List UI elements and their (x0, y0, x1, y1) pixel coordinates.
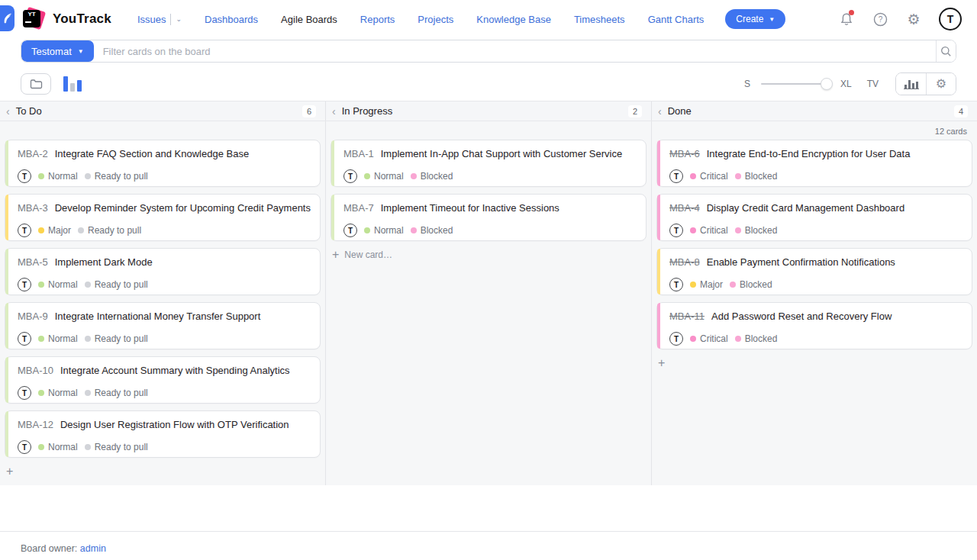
card-mba-10[interactable]: MBA-10Integrate Account Summary with Spe… (5, 356, 321, 404)
state-tag[interactable]: Ready to pull (85, 388, 148, 398)
assignee-avatar[interactable]: T (669, 332, 683, 346)
state-tag[interactable]: Ready to pull (78, 225, 141, 236)
card-mba-12[interactable]: MBA-12Design User Registration Flow with… (5, 410, 321, 458)
notifications-button[interactable] (838, 11, 855, 27)
collapse-column-icon[interactable]: ‹ (6, 105, 10, 117)
card-id[interactable]: MBA-11 (669, 311, 705, 322)
priority-tag[interactable]: Critical (690, 171, 728, 182)
chevron-down-icon[interactable]: ⌄ (176, 15, 182, 23)
priority-tag[interactable]: Normal (38, 388, 78, 398)
nav-item-timesheets[interactable]: Timesheets (574, 14, 625, 25)
state-tag[interactable]: Ready to pull (85, 442, 148, 452)
state-tag[interactable]: Blocked (411, 171, 453, 182)
state-tag[interactable]: Blocked (735, 333, 778, 344)
card-id[interactable]: MBA-7 (343, 202, 374, 214)
statistics-button[interactable] (896, 73, 926, 95)
filter-cards-input[interactable] (94, 40, 936, 62)
card-id[interactable]: MBA-4 (669, 202, 700, 214)
assignee-avatar[interactable]: T (18, 278, 31, 291)
collapse-column-icon[interactable]: ‹ (332, 105, 336, 117)
nav-item-issues[interactable]: Issues (137, 14, 166, 25)
state-tag[interactable]: Blocked (735, 171, 778, 182)
assignee-avatar[interactable]: T (18, 386, 31, 400)
state-tag[interactable]: Blocked (730, 279, 772, 290)
card-mba-6[interactable]: MBA-6Integrate End-to-End Encryption for… (656, 140, 972, 187)
nav-item-knowledge-base[interactable]: Knowledge Base (476, 14, 551, 25)
card-mba-7[interactable]: MBA-7Implement Timeout for Inactive Sess… (331, 194, 646, 241)
assignee-avatar[interactable]: T (18, 332, 31, 346)
new-card-button[interactable]: + (656, 356, 972, 370)
slider-handle[interactable] (821, 78, 833, 90)
priority-tag[interactable]: Normal (364, 225, 404, 236)
state-tag[interactable]: Blocked (411, 225, 453, 236)
priority-tag[interactable]: Critical (690, 333, 728, 344)
user-avatar[interactable]: T (939, 8, 962, 31)
card-mba-5[interactable]: MBA-5Implement Dark ModeTNormalReady to … (5, 248, 321, 295)
board-settings-button[interactable]: ⚙ (926, 73, 956, 95)
card-id[interactable]: MBA-8 (669, 256, 700, 268)
card-id[interactable]: MBA-1 (343, 148, 374, 159)
new-card-button[interactable]: +New card… (331, 248, 646, 262)
sprints-button[interactable] (21, 73, 51, 95)
assignee-avatar[interactable]: T (343, 169, 357, 183)
assignee-avatar[interactable]: T (343, 224, 357, 237)
card-title[interactable]: Implement Dark Mode (55, 256, 153, 268)
card-mba-1[interactable]: MBA-1Implement In-App Chat Support with … (331, 140, 646, 187)
tv-mode-button[interactable]: TV (867, 79, 879, 89)
nav-item-projects[interactable]: Projects (418, 14, 453, 25)
nav-item-reports[interactable]: Reports (360, 14, 395, 25)
card-id[interactable]: MBA-6 (669, 148, 700, 159)
card-title[interactable]: Display Credit Card Management Dashboard (707, 202, 904, 214)
state-tag[interactable]: Ready to pull (85, 333, 148, 344)
card-title[interactable]: Implement Timeout for Inactive Sessions (381, 202, 559, 214)
card-title[interactable]: Develop Reminder System for Upcoming Cre… (55, 202, 311, 214)
priority-tag[interactable]: Critical (690, 225, 728, 236)
assignee-avatar[interactable]: T (18, 440, 31, 454)
nav-item-agile-boards[interactable]: Agile Boards (281, 14, 337, 25)
state-tag[interactable]: Ready to pull (85, 171, 148, 182)
state-tag[interactable]: Blocked (735, 225, 778, 236)
card-title[interactable]: Enable Payment Confirmation Notification… (707, 256, 895, 268)
card-id[interactable]: MBA-10 (18, 365, 53, 376)
card-id[interactable]: MBA-3 (18, 202, 48, 214)
board-owner-link[interactable]: admin (80, 543, 106, 554)
collapse-column-icon[interactable]: ‹ (658, 105, 662, 117)
card-id[interactable]: MBA-12 (18, 419, 53, 430)
assignee-avatar[interactable]: T (18, 169, 31, 183)
card-id[interactable]: MBA-2 (18, 148, 48, 159)
nav-item-dashboards[interactable]: Dashboards (205, 14, 258, 25)
state-tag[interactable]: Ready to pull (85, 279, 148, 290)
card-mba-3[interactable]: MBA-3Develop Reminder System for Upcomin… (5, 194, 321, 241)
card-mba-4[interactable]: MBA-4Display Credit Card Management Dash… (656, 194, 972, 241)
card-mba-11[interactable]: MBA-11Add Password Reset and Recovery Fl… (656, 302, 972, 349)
priority-tag[interactable]: Normal (38, 171, 78, 182)
card-id[interactable]: MBA-9 (18, 311, 48, 322)
board-selector-button[interactable]: Testomat ▼ (21, 40, 94, 62)
card-id[interactable]: MBA-5 (18, 256, 48, 268)
card-mba-9[interactable]: MBA-9Integrate International Money Trans… (5, 302, 321, 349)
search-button[interactable] (936, 40, 956, 62)
card-title[interactable]: Integrate International Money Transfer S… (55, 311, 261, 322)
card-mba-2[interactable]: MBA-2Integrate FAQ Section and Knowledge… (5, 140, 321, 187)
card-title[interactable]: Add Password Reset and Recovery Flow (711, 311, 892, 322)
card-title[interactable]: Integrate End-to-End Encryption for User… (707, 148, 911, 159)
help-button[interactable]: ? (872, 11, 888, 27)
new-card-button[interactable]: + (5, 465, 321, 478)
browser-extension-tab[interactable] (0, 5, 15, 31)
card-title[interactable]: Implement In-App Chat Support with Custo… (381, 148, 622, 159)
card-title[interactable]: Design User Registration Flow with OTP V… (60, 419, 289, 430)
card-title[interactable]: Integrate Account Summary with Spending … (60, 365, 290, 376)
priority-tag[interactable]: Major (690, 279, 723, 290)
assignee-avatar[interactable]: T (669, 278, 683, 291)
card-mba-8[interactable]: MBA-8Enable Payment Confirmation Notific… (656, 248, 972, 295)
card-size-slider[interactable] (761, 78, 830, 90)
assignee-avatar[interactable]: T (18, 224, 31, 237)
youtrack-logo[interactable]: YT YouTrack (23, 8, 111, 31)
card-title[interactable]: Integrate FAQ Section and Knowledge Base (55, 148, 249, 159)
assignee-avatar[interactable]: T (669, 169, 683, 183)
priority-tag[interactable]: Normal (38, 333, 78, 344)
priority-tag[interactable]: Normal (364, 171, 404, 182)
create-button[interactable]: Create ▼ (725, 9, 785, 29)
priority-tag[interactable]: Major (38, 225, 71, 236)
priority-tag[interactable]: Normal (38, 279, 78, 290)
